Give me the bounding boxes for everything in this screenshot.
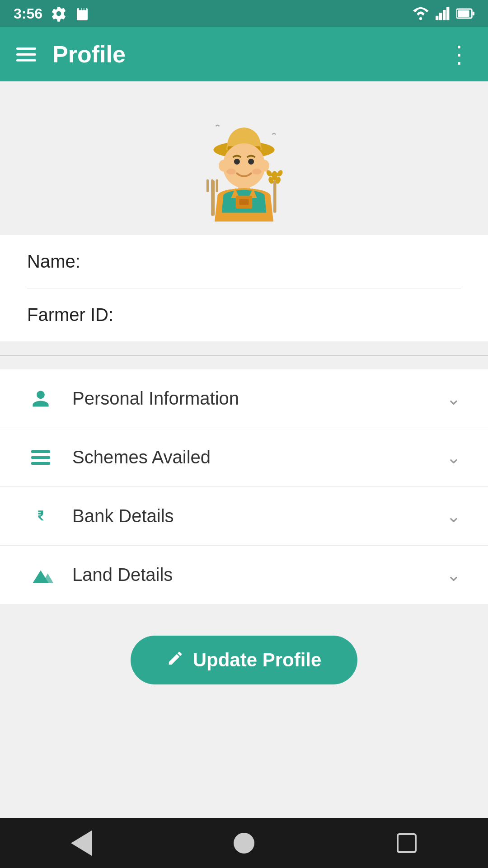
section-divider	[0, 355, 488, 356]
home-button[interactable]	[226, 825, 262, 861]
back-button[interactable]	[63, 825, 99, 861]
svg-rect-1	[79, 5, 81, 10]
svg-rect-7	[446, 7, 449, 20]
svg-rect-25	[211, 179, 213, 192]
battery-icon	[456, 8, 474, 19]
list-icon	[27, 450, 54, 465]
land-details-accordion[interactable]: Land Details ⌄	[0, 546, 488, 604]
page-title: Profile	[52, 41, 447, 68]
svg-point-17	[248, 159, 254, 165]
svg-rect-22	[239, 199, 249, 205]
svg-rect-5	[439, 13, 442, 20]
svg-rect-26	[216, 179, 218, 192]
profile-info: Name: Farmer ID:	[0, 235, 488, 341]
svg-point-14	[219, 160, 228, 172]
schemes-availed-chevron: ⌄	[446, 448, 461, 467]
avatar-section	[0, 81, 488, 235]
svg-rect-9	[458, 10, 469, 17]
main-content: Name: Farmer ID: Personal Information ⌄	[0, 81, 488, 818]
svg-rect-4	[436, 16, 438, 20]
recents-button[interactable]	[389, 825, 425, 861]
update-section: Update Profile	[0, 604, 488, 703]
back-icon	[71, 830, 92, 856]
svg-point-15	[260, 160, 269, 172]
home-icon	[234, 833, 254, 854]
svg-point-18	[226, 169, 236, 175]
name-row: Name:	[27, 235, 461, 288]
farmer-avatar	[185, 104, 303, 222]
signal-icon	[436, 7, 450, 20]
more-options-button[interactable]: ⋮	[447, 41, 472, 68]
farmer-id-label: Farmer ID:	[27, 305, 117, 325]
settings-icon	[51, 5, 67, 22]
svg-point-16	[234, 159, 240, 165]
nav-bar	[0, 818, 488, 868]
personal-info-label: Personal Information	[72, 388, 446, 409]
bank-details-chevron: ⌄	[446, 506, 461, 526]
schemes-availed-accordion[interactable]: Schemes Availed ⌄	[0, 428, 488, 487]
personal-info-accordion[interactable]: Personal Information ⌄	[0, 369, 488, 428]
rupee-icon	[27, 506, 54, 526]
svg-rect-24	[206, 179, 209, 192]
update-profile-label: Update Profile	[193, 649, 322, 671]
sdcard-icon	[75, 5, 89, 22]
svg-rect-3	[84, 5, 87, 10]
update-profile-button[interactable]: Update Profile	[131, 636, 358, 684]
land-details-label: Land Details	[72, 565, 446, 585]
svg-rect-10	[473, 12, 474, 16]
svg-point-13	[223, 143, 265, 188]
personal-info-chevron: ⌄	[446, 389, 461, 409]
bank-details-label: Bank Details	[72, 506, 446, 526]
pencil-icon	[167, 650, 184, 671]
status-time: 3:56	[14, 5, 42, 22]
name-label: Name:	[27, 251, 117, 272]
recents-icon	[397, 833, 417, 853]
status-bar: 3:56	[0, 0, 488, 27]
mountain-icon	[27, 565, 54, 585]
schemes-availed-label: Schemes Availed	[72, 447, 446, 467]
accordion-list: Personal Information ⌄ Schemes Availed ⌄	[0, 369, 488, 604]
svg-rect-27	[273, 180, 277, 213]
svg-rect-2	[82, 5, 84, 10]
menu-button[interactable]	[16, 47, 36, 61]
person-icon	[27, 389, 54, 409]
app-bar: Profile ⋮	[0, 27, 488, 81]
wifi-icon	[412, 7, 429, 20]
svg-rect-6	[443, 10, 446, 20]
farmer-id-row: Farmer ID:	[27, 288, 461, 341]
land-details-chevron: ⌄	[446, 565, 461, 585]
bank-details-accordion[interactable]: Bank Details ⌄	[0, 487, 488, 546]
svg-point-19	[252, 169, 262, 175]
